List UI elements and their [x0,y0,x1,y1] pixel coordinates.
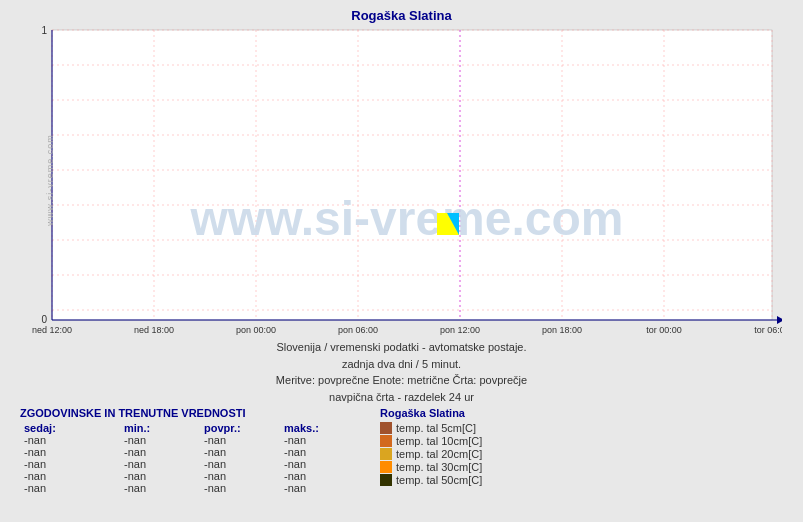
row4-sedaj: -nan [20,482,120,494]
legend-title: Rogaška Slatina [380,407,482,419]
legend-color-3 [380,461,392,473]
chart-svg: 1 0 www.si-vreme.com ned 12:00 ned 18:00… [22,25,782,335]
row3-min: -nan [120,470,200,482]
col-header-povpr: povpr.: [200,422,280,434]
row3-sedaj: -nan [20,470,120,482]
row4-min: -nan [120,482,200,494]
chart-description: Slovenija / vremenski podatki - avtomats… [276,339,527,405]
col-header-sedaj: sedaj: [20,422,120,434]
legend-block: Rogaška Slatina temp. tal 5cm[C] temp. t… [380,407,482,494]
svg-text:pon 12:00: pon 12:00 [439,325,479,335]
watermark-left: www.si-vreme.com [44,134,54,226]
legend-label-2: temp. tal 20cm[C] [396,448,482,460]
svg-text:tor 06:00: tor 06:00 [754,325,782,335]
legend-item-2: temp. tal 20cm[C] [380,448,482,460]
legend-label-3: temp. tal 30cm[C] [396,461,482,473]
svg-text:pon 18:00: pon 18:00 [541,325,581,335]
bottom-section: ZGODOVINSKE IN TRENUTNE VREDNOSTI sedaj:… [0,407,803,500]
chart-container: Rogaška Slatina [0,0,803,522]
row4-povpr: -nan [200,482,280,494]
chart-title: Rogaška Slatina [351,8,451,23]
svg-text:0: 0 [41,314,47,325]
row0-povpr: -nan [200,434,280,446]
row3-maks: -nan [280,470,360,482]
stats-table: sedaj: min.: povpr.: maks.: -nan -nan -n… [20,422,360,494]
svg-text:pon 00:00: pon 00:00 [235,325,275,335]
row2-sedaj: -nan [20,458,120,470]
col-header-maks: maks.: [280,422,360,434]
row1-maks: -nan [280,446,360,458]
row2-min: -nan [120,458,200,470]
row0-sedaj: -nan [20,434,120,446]
col-header-min: min.: [120,422,200,434]
legend-item-1: temp. tal 10cm[C] [380,435,482,447]
svg-marker-20 [777,316,782,324]
row1-sedaj: -nan [20,446,120,458]
legend-color-2 [380,448,392,460]
legend-item-3: temp. tal 30cm[C] [380,461,482,473]
stats-block: ZGODOVINSKE IN TRENUTNE VREDNOSTI sedaj:… [20,407,360,494]
svg-text:tor 00:00: tor 00:00 [646,325,682,335]
legend-label-0: temp. tal 5cm[C] [396,422,476,434]
svg-text:1: 1 [41,25,47,36]
legend-label-4: temp. tal 50cm[C] [396,474,482,486]
svg-text:www.si-vreme.com: www.si-vreme.com [189,192,623,245]
svg-text:ned 12:00: ned 12:00 [31,325,71,335]
legend-label-1: temp. tal 10cm[C] [396,435,482,447]
row4-maks: -nan [280,482,360,494]
legend-item-4: temp. tal 50cm[C] [380,474,482,486]
row3-povpr: -nan [200,470,280,482]
row0-min: -nan [120,434,200,446]
row0-maks: -nan [280,434,360,446]
table-header: ZGODOVINSKE IN TRENUTNE VREDNOSTI [20,407,360,419]
svg-text:ned 18:00: ned 18:00 [133,325,173,335]
row1-min: -nan [120,446,200,458]
legend-item-0: temp. tal 5cm[C] [380,422,482,434]
svg-text:pon 06:00: pon 06:00 [337,325,377,335]
row1-povpr: -nan [200,446,280,458]
legend-section: temp. tal 5cm[C] temp. tal 10cm[C] temp.… [380,422,482,486]
legend-color-4 [380,474,392,486]
legend-color-0 [380,422,392,434]
legend-color-1 [380,435,392,447]
row2-povpr: -nan [200,458,280,470]
row2-maks: -nan [280,458,360,470]
